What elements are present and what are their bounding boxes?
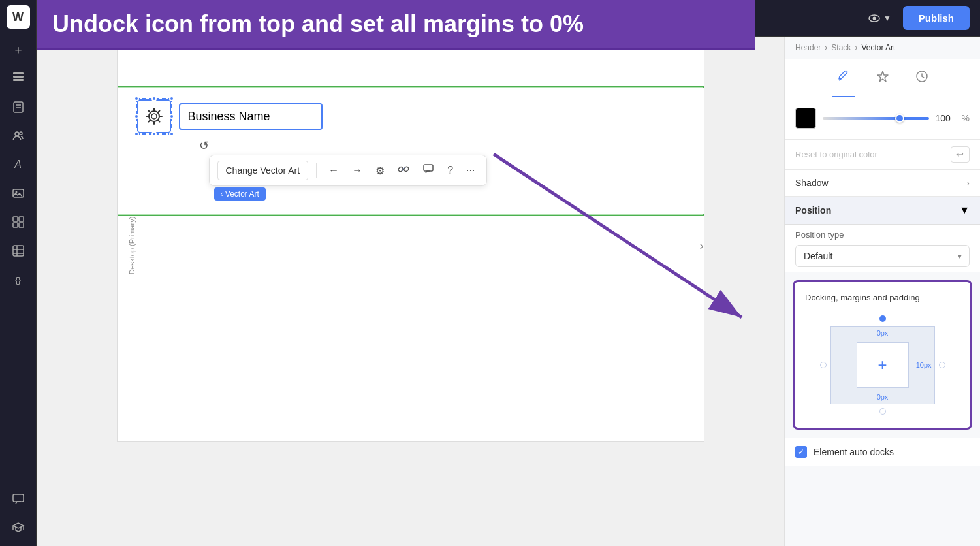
docking-section: Docking, margins and padding 0px 0px 10p…: [793, 280, 972, 430]
sidebar-item-learn[interactable]: [5, 515, 31, 541]
comment-button[interactable]: [419, 161, 438, 180]
help-button[interactable]: ?: [443, 162, 457, 179]
canvas-chevron[interactable]: ›: [700, 239, 704, 253]
svg-point-20: [872, 16, 876, 20]
canvas-wrapper: Desktop (Primary): [37, 37, 784, 546]
reset-row: Reset to original color ↩: [785, 140, 980, 170]
svg-rect-0: [13, 76, 24, 78]
docking-title: Docking, margins and padding: [805, 293, 960, 302]
sidebar-item-pages[interactable]: [5, 94, 31, 120]
svg-rect-13: [19, 223, 24, 227]
breadcrumb-current: Vector Art: [861, 43, 895, 52]
logo-icon[interactable]: [137, 99, 171, 133]
vector-art-badge[interactable]: ‹ Vector Art: [214, 187, 266, 201]
green-bar-bottom: [118, 214, 704, 216]
position-type-select[interactable]: Default: [795, 245, 970, 267]
desktop-label: Desktop (Primary): [128, 217, 136, 275]
auto-docks-row: ✓ Element auto docks: [785, 438, 980, 466]
shadow-label: Shadow: [795, 178, 829, 188]
position-header[interactable]: Position ▼: [785, 197, 980, 224]
app-logo[interactable]: W: [7, 5, 30, 29]
breadcrumb-header[interactable]: Header: [795, 43, 821, 52]
panel-tabs: [785, 59, 980, 97]
breadcrumb: Header › Stack › Vector Art: [785, 37, 980, 59]
sidebar-item-chat[interactable]: [5, 486, 31, 512]
docking-diagram: 0px 0px 10px +: [817, 313, 948, 417]
dock-dot-bottom[interactable]: [879, 408, 886, 415]
sidebar-item-members[interactable]: [5, 123, 31, 149]
change-vector-art-button[interactable]: Change Vector Art: [217, 161, 309, 180]
sidebar-item-apps[interactable]: [5, 209, 31, 235]
green-bar-top: [118, 86, 704, 88]
margin-bottom-label: 0px: [877, 393, 889, 401]
tab-settings[interactable]: [910, 67, 934, 89]
position-type-label: Position type: [795, 230, 970, 240]
toolbar-separator: [316, 163, 317, 178]
svg-rect-2: [13, 72, 24, 74]
svg-point-22: [151, 114, 157, 119]
dock-inner[interactable]: +: [857, 342, 909, 388]
svg-rect-12: [13, 223, 18, 227]
instruction-banner: Undock icon from top and set all margins…: [37, 0, 755, 50]
element-toolbar: Change Vector Art ← → ⚙ ? ···: [209, 155, 488, 186]
logo-icon-wrapper[interactable]: [137, 99, 171, 133]
opacity-pct: %: [962, 113, 970, 123]
svg-rect-14: [13, 246, 24, 256]
main-area: Desktop (Primary): [37, 37, 784, 546]
svg-rect-10: [13, 217, 18, 221]
tab-interact[interactable]: [871, 67, 894, 89]
shadow-row[interactable]: Shadow ›: [785, 170, 980, 197]
color-section: 100 %: [785, 97, 980, 140]
sidebar-item-text[interactable]: A: [5, 152, 31, 178]
color-swatch[interactable]: [795, 108, 816, 129]
svg-rect-11: [19, 217, 24, 221]
opacity-slider-thumb: [895, 114, 904, 123]
back-button[interactable]: ←: [324, 162, 343, 179]
sidebar-item-add[interactable]: ＋: [5, 37, 31, 63]
canvas-panel: Desktop (Primary): [117, 50, 704, 442]
publish-button[interactable]: Publish: [903, 6, 970, 30]
position-type-row: Position type Default: [785, 225, 980, 272]
svg-rect-3: [14, 102, 23, 112]
svg-point-21: [149, 111, 159, 121]
settings-button[interactable]: ⚙: [371, 162, 388, 180]
link-button[interactable]: [394, 161, 413, 180]
svg-rect-1: [13, 79, 24, 81]
position-chevron: ▼: [959, 204, 970, 216]
svg-rect-18: [13, 494, 24, 502]
dock-dot-right[interactable]: [939, 362, 945, 368]
margin-top-label: 0px: [877, 329, 889, 337]
sidebar-item-layers[interactable]: [5, 65, 31, 91]
svg-point-9: [15, 191, 17, 193]
opacity-slider[interactable]: [823, 117, 929, 120]
logo-area: Business Name: [137, 99, 323, 133]
svg-point-7: [20, 132, 22, 135]
dock-dot-top[interactable]: [879, 315, 886, 322]
svg-rect-23: [424, 165, 433, 171]
breadcrumb-stack[interactable]: Stack: [831, 43, 851, 52]
right-panel: Header › Stack › Vector Art 100 % Reset …: [784, 37, 980, 546]
instruction-text: Undock icon from top and set all margins…: [52, 10, 584, 37]
undo-button[interactable]: ↺: [199, 138, 209, 153]
preview-button[interactable]: ▼: [861, 8, 898, 29]
sidebar-item-code[interactable]: {}: [5, 266, 31, 293]
position-type-select-wrapper: Default: [795, 245, 970, 267]
dock-plus-icon: +: [877, 356, 887, 374]
forward-button[interactable]: →: [348, 162, 366, 179]
position-title: Position: [795, 205, 831, 216]
sidebar-item-table[interactable]: [5, 238, 31, 264]
auto-docks-checkbox[interactable]: ✓: [795, 446, 807, 458]
auto-docks-label: Element auto docks: [814, 447, 894, 457]
business-name-input[interactable]: Business Name: [179, 103, 323, 130]
reset-label: Reset to original color: [795, 150, 877, 159]
more-button[interactable]: ···: [462, 162, 479, 179]
dock-outer: 0px 0px 10px +: [830, 326, 935, 404]
shadow-chevron: ›: [966, 178, 970, 188]
color-row: 100 %: [795, 108, 970, 129]
opacity-value: 100: [936, 113, 955, 123]
sidebar-item-image[interactable]: [5, 180, 31, 206]
left-sidebar: W ＋ A {}: [0, 0, 37, 546]
reset-button[interactable]: ↩: [951, 146, 970, 163]
tab-design[interactable]: [832, 67, 855, 89]
dock-dot-left[interactable]: [820, 362, 827, 368]
